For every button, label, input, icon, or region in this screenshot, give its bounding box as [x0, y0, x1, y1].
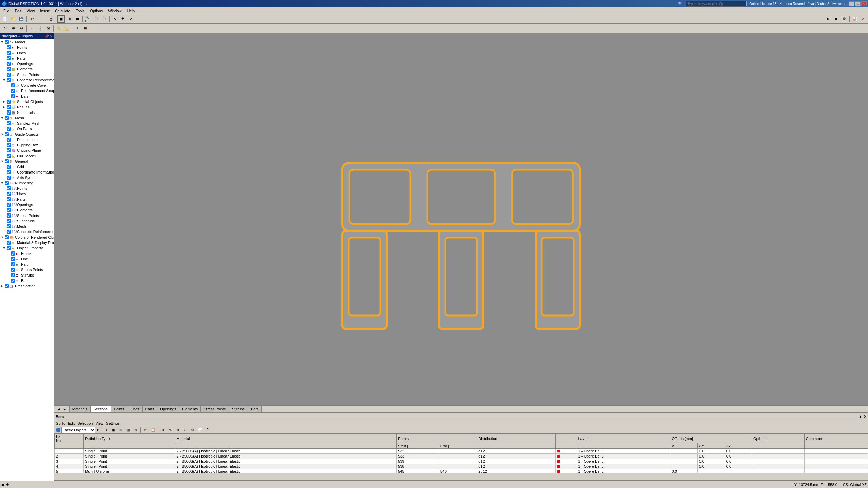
- close-results-button[interactable]: ✕: [859, 15, 867, 23]
- bars-tb-b11[interactable]: ⊙: [182, 427, 189, 433]
- tree-item-dxf[interactable]: 📐 DXF Model: [0, 153, 54, 159]
- checkbox-concrete[interactable]: [7, 78, 11, 82]
- checkbox-op-points[interactable]: [11, 251, 15, 256]
- expander-model[interactable]: ▼: [1, 40, 5, 44]
- table-row[interactable]: 5 Multi | Uniform 2 - B500S(A) | Isotrop…: [55, 469, 868, 473]
- checkbox-bars-cr[interactable]: [11, 94, 15, 98]
- results-button[interactable]: 📊: [851, 15, 859, 23]
- tree-item-mesh[interactable]: ▼ ⊠ Mesh: [0, 115, 54, 121]
- tree-item-lines[interactable]: ━ Lines: [0, 50, 54, 56]
- checkbox-subpanels[interactable]: [7, 110, 11, 115]
- bars-tb-b9[interactable]: ✎: [167, 427, 174, 433]
- add-button[interactable]: ✚: [119, 15, 126, 23]
- tree-item-num-mesh[interactable]: 123 Mesh: [0, 224, 54, 229]
- menu-edit[interactable]: Edit: [13, 8, 23, 14]
- tree-item-num-openings[interactable]: 123 Openings: [0, 202, 54, 207]
- bottom-menu-settings[interactable]: Settings: [106, 421, 120, 425]
- checkbox-parts[interactable]: [7, 56, 11, 60]
- table-row[interactable]: 2 Single | Point 2 - B500S(A) | Isotropi…: [55, 454, 868, 459]
- checkbox-num-points[interactable]: [7, 186, 11, 190]
- tree-item-numbering[interactable]: ▼ 123 Numbering: [0, 180, 54, 186]
- tb2-b1[interactable]: ━: [28, 25, 36, 32]
- checkbox-num-lines[interactable]: [7, 192, 11, 196]
- tree-item-op-points[interactable]: ● Points: [0, 251, 54, 256]
- checkbox-op-part[interactable]: [11, 262, 15, 266]
- checkbox-clipping-plane[interactable]: [7, 148, 11, 152]
- tree-item-simplex[interactable]: △ Simplex Mesh: [0, 121, 54, 126]
- tree-item-openings[interactable]: ○ Openings: [0, 61, 54, 66]
- tree-item-results[interactable]: ► 📊 Results: [0, 104, 54, 110]
- checkbox-general[interactable]: [5, 159, 9, 163]
- bars-tb-b13[interactable]: 📊: [197, 427, 203, 433]
- tree-item-clipping-box[interactable]: ⊡ Clipping Box: [0, 142, 54, 148]
- checkbox-reinf-snap[interactable]: [11, 89, 15, 93]
- checkbox-grid[interactable]: [7, 165, 11, 169]
- nav-close-button[interactable]: ✕: [50, 34, 53, 38]
- menu-calculate[interactable]: Calculate: [53, 8, 73, 14]
- table-row[interactable]: 4 Single | Point 2 - B500S(A) | Isotropi…: [55, 464, 868, 469]
- tree-item-preselection[interactable]: ► ◫ Preselection: [0, 283, 54, 289]
- zoom-in-button[interactable]: 🔍+: [84, 15, 92, 23]
- checkbox-guide[interactable]: [5, 132, 9, 136]
- checkbox-num-parts[interactable]: [7, 197, 11, 201]
- checkbox-num-concrete[interactable]: [7, 230, 11, 234]
- checkbox-dxf[interactable]: [7, 154, 11, 158]
- new-button[interactable]: 📄: [1, 15, 9, 23]
- undo-button[interactable]: ↩: [28, 15, 36, 23]
- tree-item-clipping-plane[interactable]: ▧ Clipping Plane: [0, 148, 54, 153]
- tree-item-num-lines[interactable]: 123 Lines: [0, 191, 54, 197]
- checkbox-points[interactable]: [7, 45, 11, 49]
- tree-item-reinf-snap[interactable]: ⊙ Reinforcement Snap Points: [0, 88, 54, 94]
- tb2-snap1[interactable]: ⊙: [1, 25, 9, 32]
- tree-item-op-stirrups[interactable]: ⊏ Stirrups: [0, 272, 54, 278]
- checkbox-num-subpanels[interactable]: [7, 219, 11, 223]
- checkbox-dimensions[interactable]: [7, 138, 11, 142]
- tree-item-guide[interactable]: ▼ ◇ Guide Objects: [0, 131, 54, 137]
- bars-tb-b14[interactable]: ?: [204, 427, 211, 433]
- bars-tb-b7[interactable]: 📋: [150, 427, 156, 433]
- tab-points[interactable]: Points: [111, 406, 127, 412]
- tree-item-general[interactable]: ▼ ⚙ General: [0, 159, 54, 164]
- menu-options[interactable]: Options: [88, 8, 105, 14]
- tb2-measure[interactable]: 📏: [55, 25, 62, 32]
- checkbox-object-property[interactable]: [7, 246, 11, 250]
- checkbox-op-bars[interactable]: [11, 279, 15, 283]
- tab-stirrups[interactable]: Stirrups: [229, 406, 248, 412]
- tb2-b2[interactable]: ╋: [36, 25, 44, 32]
- menu-file[interactable]: File: [1, 8, 12, 14]
- checkbox-model[interactable]: [5, 40, 9, 44]
- tab-bars[interactable]: Bars: [248, 406, 262, 412]
- tb2-angle[interactable]: 📐: [63, 25, 71, 32]
- checkbox-num-openings[interactable]: [7, 203, 11, 207]
- bottom-menu-goto[interactable]: Go To: [56, 421, 65, 425]
- tree-item-model[interactable]: ▼ 🗂 Model: [0, 39, 54, 45]
- tree-item-grid[interactable]: ⊞ Grid: [0, 164, 54, 169]
- tree-item-axis[interactable]: ✦ Axis System: [0, 175, 54, 180]
- checkbox-numbering[interactable]: [5, 181, 9, 185]
- bottom-close-button[interactable]: ✕: [864, 414, 867, 419]
- status-icon-2[interactable]: ⊕: [6, 482, 9, 487]
- tree-item-num-elements[interactable]: 123 Elements: [0, 207, 54, 213]
- tab-stress-points[interactable]: Stress Points: [201, 406, 229, 412]
- checkbox-on-parts[interactable]: [7, 127, 11, 131]
- close-button[interactable]: ✕: [861, 1, 867, 6]
- delete-button[interactable]: ✕: [127, 15, 135, 23]
- open-button[interactable]: 📂: [9, 15, 17, 23]
- minimize-button[interactable]: ─: [849, 1, 854, 6]
- print-button[interactable]: 🖨: [47, 15, 54, 23]
- table-row[interactable]: 3 Single | Point 2 - B500S(A) | Isotropi…: [55, 459, 868, 464]
- checkbox-material-display[interactable]: [7, 241, 11, 245]
- checkbox-special[interactable]: [7, 100, 11, 104]
- bars-tb-b6[interactable]: ✂: [142, 427, 149, 433]
- tb2-snap3[interactable]: ⊗: [18, 25, 25, 32]
- tree-item-elements[interactable]: ▦ Elements: [0, 66, 54, 72]
- tb2-snap2[interactable]: ⊕: [9, 25, 17, 32]
- bars-tb-b8[interactable]: ⊕: [159, 427, 166, 433]
- status-icon-1[interactable]: ☰: [1, 482, 5, 487]
- tree-item-num-parts[interactable]: 123 Parts: [0, 197, 54, 202]
- checkbox-op-line[interactable]: [11, 257, 15, 261]
- bars-tb-b1[interactable]: ⊙: [102, 427, 109, 433]
- tree-item-dimensions[interactable]: ↔ Dimensions: [0, 137, 54, 142]
- checkbox-elements[interactable]: [7, 67, 11, 71]
- search-input[interactable]: [686, 1, 747, 6]
